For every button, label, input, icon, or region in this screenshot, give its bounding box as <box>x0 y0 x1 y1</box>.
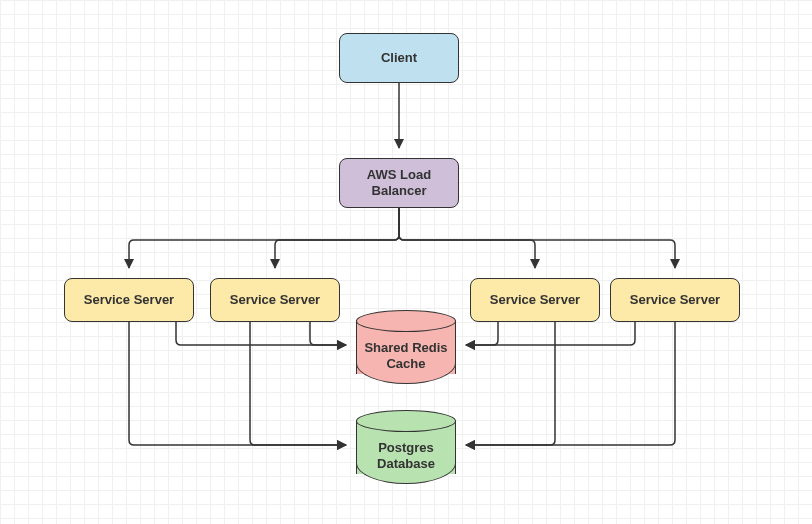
edge-lb-to-s4 <box>399 208 675 268</box>
node-load-balancer: AWS Load Balancer <box>339 158 459 208</box>
label-pg: Postgres Database <box>356 440 456 471</box>
label-s4: Service Server <box>630 292 720 308</box>
edge-s2-to-pg <box>250 322 346 445</box>
label-client: Client <box>381 50 417 66</box>
edge-s3-to-pg <box>466 322 555 445</box>
edge-lb-to-s3 <box>399 208 535 268</box>
edge-s3-to-redis <box>466 322 498 345</box>
edge-lb-to-s2 <box>275 208 399 268</box>
edge-s2-to-redis <box>310 322 346 345</box>
node-service-server-4: Service Server <box>610 278 740 322</box>
label-s2: Service Server <box>230 292 320 308</box>
node-service-server-1: Service Server <box>64 278 194 322</box>
edge-s1-to-pg <box>129 322 346 445</box>
node-service-server-3: Service Server <box>470 278 600 322</box>
node-client: Client <box>339 33 459 83</box>
architecture-diagram: { "nodes":{ "client":{"label":"Client","… <box>0 0 812 524</box>
edge-s1-to-redis <box>176 322 346 345</box>
edge-lb-to-s1 <box>129 208 399 268</box>
label-redis: Shared Redis Cache <box>356 340 456 371</box>
node-service-server-2: Service Server <box>210 278 340 322</box>
edge-s4-to-redis <box>466 322 635 345</box>
label-s3: Service Server <box>490 292 580 308</box>
label-s1: Service Server <box>84 292 174 308</box>
edge-s4-to-pg <box>466 322 675 445</box>
label-lb: AWS Load Balancer <box>346 167 452 198</box>
node-postgres-database: Postgres Database <box>356 410 456 484</box>
node-redis-cache: Shared Redis Cache <box>356 310 456 384</box>
